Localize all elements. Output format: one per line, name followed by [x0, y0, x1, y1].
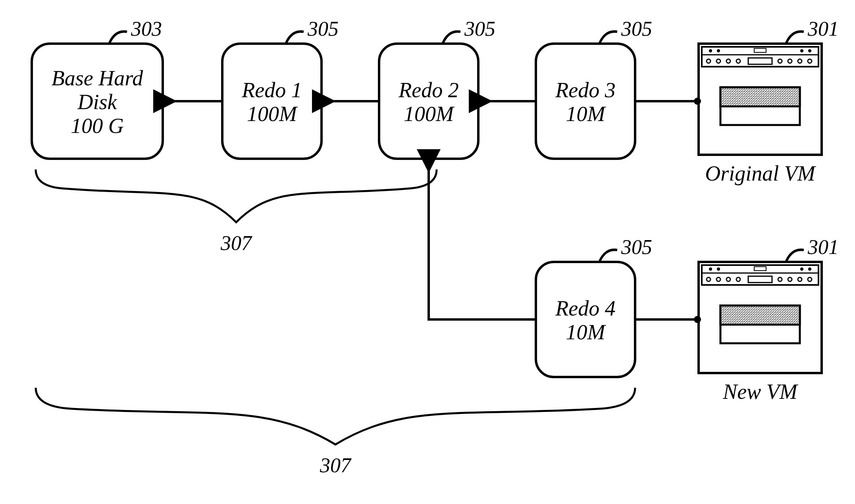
ref-tick-301a: [786, 31, 804, 44]
ref-305-b: 305: [464, 17, 495, 40]
redo4-l1: Redo 4: [555, 296, 615, 320]
ref-tick-305d: [599, 250, 617, 262]
ref-tick-303: [109, 31, 127, 44]
ref-305-d: 305: [621, 236, 652, 258]
redo2-l2: 100M: [404, 102, 455, 126]
redo1-node: Redo 1 100M: [222, 44, 322, 159]
new-vm-icon: [699, 262, 822, 373]
brace-lower: [36, 388, 635, 444]
brace-upper: [36, 169, 437, 222]
redo3-l1: Redo 3: [555, 78, 615, 102]
junction-dot-a: [694, 98, 701, 105]
ref-301-b: 301: [807, 236, 839, 258]
ref-305-c: 305: [621, 17, 652, 40]
ref-tick-301b: [786, 250, 804, 262]
ref-tick-305a: [286, 31, 304, 44]
redo1-l1: Redo 1: [241, 78, 302, 102]
redo4-node: Redo 4 10M: [536, 262, 635, 377]
ref-305-a: 305: [307, 17, 339, 40]
ref-307-b: 307: [320, 454, 352, 477]
ref-tick-305c: [599, 31, 617, 44]
ref-301-a: 301: [807, 17, 839, 40]
base-line2: Disk: [77, 90, 117, 114]
original-vm-icon: [699, 44, 822, 155]
redo3-node: Redo 3 10M: [536, 44, 635, 159]
redo1-l2: 100M: [247, 102, 298, 126]
redo4-l2: 10M: [566, 320, 607, 344]
base-disk-node: Base Hard Disk 100 G: [32, 44, 163, 159]
original-vm-label: Original VM: [705, 162, 816, 185]
new-vm-label: New VM: [722, 380, 798, 404]
ref-307-a: 307: [220, 232, 252, 254]
junction-dot-b: [694, 316, 701, 323]
ref-tick-305b: [443, 31, 460, 44]
redo2-node: Redo 2 100M: [379, 44, 478, 159]
redo3-l2: 10M: [566, 102, 607, 126]
redo2-l1: Redo 2: [398, 78, 458, 102]
arrow-r4-r2: [429, 171, 536, 319]
ref-303: 303: [131, 17, 162, 40]
base-line3: 100 G: [71, 114, 124, 138]
base-line1: Base Hard: [52, 66, 143, 90]
